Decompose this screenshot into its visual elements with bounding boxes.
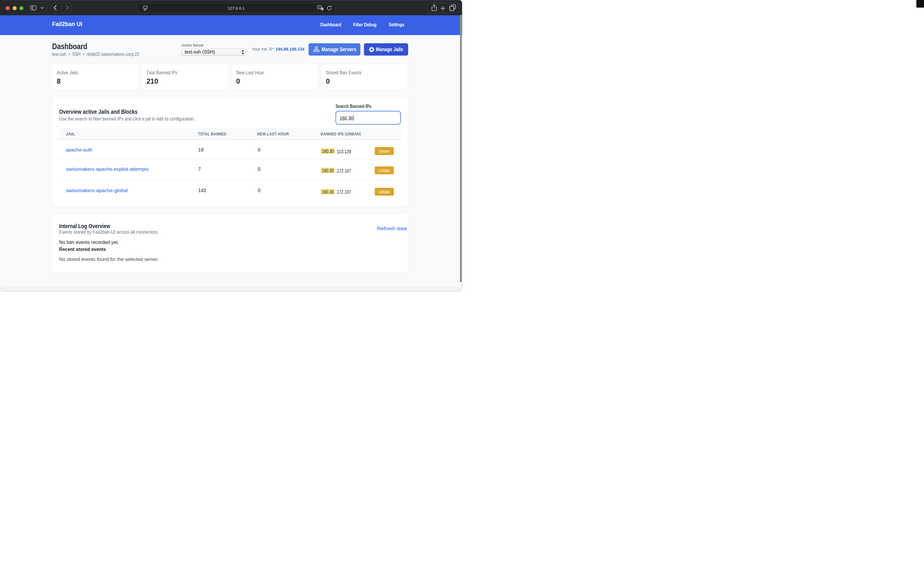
- svg-text:文: 文: [321, 8, 323, 10]
- svg-text:A: A: [318, 6, 320, 9]
